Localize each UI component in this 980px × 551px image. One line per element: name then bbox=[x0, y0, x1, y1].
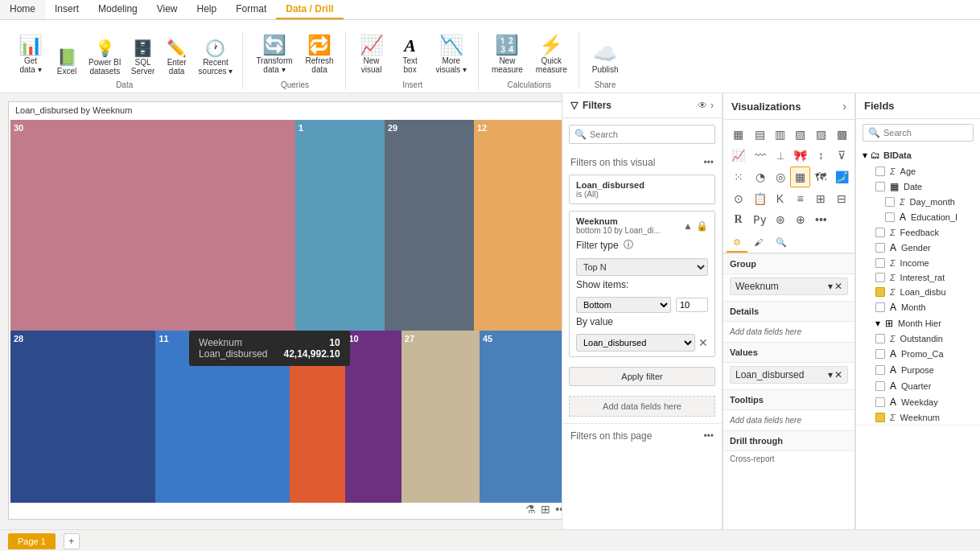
income-checkbox[interactable] bbox=[875, 258, 885, 268]
treemap-cell-1[interactable]: 1 bbox=[295, 120, 385, 331]
viz-stacked-bar-100-icon[interactable]: ▥ bbox=[772, 125, 789, 144]
filters-eye-icon[interactable]: 👁 bbox=[698, 100, 707, 111]
viz-clustered-bar-icon[interactable]: ▤ bbox=[750, 125, 770, 144]
treemap-cell-10[interactable]: 10 bbox=[345, 331, 401, 503]
viz-map-icon[interactable]: 🗺 bbox=[812, 167, 830, 187]
quarter-checkbox[interactable] bbox=[875, 381, 885, 391]
sql-server-button[interactable]: 🗄️ SQLServer bbox=[128, 37, 159, 77]
viz-gauge-icon[interactable]: ⊙ bbox=[728, 189, 748, 208]
direction-select[interactable]: Bottom bbox=[576, 297, 671, 313]
weeknum-collapse-icon[interactable]: ▲ bbox=[683, 220, 693, 232]
interest-rate-checkbox[interactable] bbox=[875, 273, 885, 282]
viz-funnel-icon[interactable]: ⊽ bbox=[832, 146, 852, 165]
viz-line-col-icon[interactable]: ⟂ bbox=[772, 146, 789, 165]
tab-view[interactable]: View bbox=[147, 0, 187, 19]
filter-type-select[interactable]: Top N bbox=[576, 258, 708, 276]
field-feedback[interactable]: Σ Feedback bbox=[856, 225, 980, 240]
field-loan-disbursed[interactable]: Σ Loan_disbu bbox=[856, 285, 980, 299]
field-quarter[interactable]: A Quarter bbox=[856, 378, 980, 394]
excel-button[interactable]: 📗 Excel bbox=[51, 46, 82, 77]
field-age[interactable]: Σ Age bbox=[856, 164, 980, 179]
viz-stacked-bar-icon[interactable]: ▦ bbox=[728, 125, 748, 144]
treemap-cell-28[interactable]: 28 bbox=[10, 331, 155, 503]
field-education[interactable]: A Education_I bbox=[856, 209, 980, 225]
loan-disbursed-checkbox[interactable] bbox=[875, 287, 885, 297]
field-weekday[interactable]: A Weekday bbox=[856, 394, 980, 410]
tooltips-add-field[interactable]: Add data fields here bbox=[730, 413, 848, 427]
field-day-month[interactable]: Σ Day_month bbox=[856, 195, 980, 209]
values-field-expand-icon[interactable]: ▾ bbox=[828, 369, 833, 380]
tab-data-drill[interactable]: Data / Drill bbox=[276, 0, 343, 19]
viz-kpi-icon[interactable]: K bbox=[772, 189, 789, 208]
filters-search-input[interactable] bbox=[590, 130, 710, 139]
details-add-field[interactable]: Add data fields here bbox=[730, 325, 848, 339]
viz-ai-decomp-icon[interactable]: ⊛ bbox=[772, 210, 789, 229]
focus-mode-icon[interactable]: ⊞ bbox=[541, 503, 550, 516]
analytics-tab[interactable]: 🔍 bbox=[769, 234, 793, 253]
field-date[interactable]: ▦ Date bbox=[856, 179, 980, 195]
field-month-hier[interactable]: ▾ ⊞ Month Hier bbox=[856, 315, 980, 331]
viz-r-icon[interactable]: R bbox=[728, 210, 748, 229]
viz-waterfall-icon[interactable]: ↕ bbox=[812, 146, 830, 165]
field-gender[interactable]: A Gender bbox=[856, 240, 980, 256]
values-field-remove-icon[interactable]: ✕ bbox=[834, 369, 842, 380]
viz-scatter-icon[interactable]: ⁙ bbox=[728, 167, 748, 187]
viz-slicer-icon[interactable]: ≡ bbox=[790, 189, 810, 208]
weeknum-checkbox[interactable] bbox=[875, 413, 885, 422]
date-checkbox[interactable] bbox=[875, 182, 885, 191]
viz-treemap-icon[interactable]: ▦ bbox=[790, 167, 810, 187]
treemap-cell-45[interactable]: 45 bbox=[480, 331, 562, 503]
powerbi-datasets-button[interactable]: 💡 Power BIdatasets bbox=[85, 37, 125, 77]
viz-matrix-icon[interactable]: ⊟ bbox=[832, 189, 852, 208]
bidata-group-header[interactable]: ▾ 🗂 BIData bbox=[856, 146, 980, 164]
viz-more-icon[interactable]: ••• bbox=[812, 210, 830, 229]
weekday-checkbox[interactable] bbox=[875, 397, 885, 407]
viz-card-icon[interactable]: 📋 bbox=[750, 189, 770, 208]
field-interest-rate[interactable]: Σ Interest_rat bbox=[856, 270, 980, 285]
field-purpose[interactable]: A Purpose bbox=[856, 362, 980, 378]
viz-stacked-col-100-icon[interactable]: ▩ bbox=[832, 125, 852, 144]
fields-search-input[interactable] bbox=[883, 128, 968, 138]
recent-sources-button[interactable]: 🕐 Recentsources ▾ bbox=[196, 37, 237, 77]
new-measure-button[interactable]: 🔢 Newmeasure bbox=[487, 32, 528, 77]
month-hier-expand-icon[interactable]: ▾ bbox=[875, 318, 880, 329]
feedback-checkbox[interactable] bbox=[875, 228, 885, 237]
group-field-expand-icon[interactable]: ▾ bbox=[828, 281, 833, 292]
tab-help[interactable]: Help bbox=[187, 0, 227, 19]
tab-format[interactable]: Format bbox=[226, 0, 276, 19]
treemap-cell-29[interactable]: 29 bbox=[385, 120, 474, 331]
purpose-checkbox[interactable] bbox=[875, 365, 885, 375]
publish-button[interactable]: ☁️ Publish bbox=[587, 41, 624, 77]
age-checkbox[interactable] bbox=[875, 167, 885, 176]
add-data-fields-button[interactable]: Add data fields here bbox=[569, 396, 715, 417]
viz-line-icon[interactable]: 📈 bbox=[728, 146, 748, 165]
filters-expand-icon[interactable]: › bbox=[710, 100, 714, 111]
more-options-icon[interactable]: ••• bbox=[555, 503, 562, 516]
values-field-tag[interactable]: Loan_disbursed ▾ ✕ bbox=[730, 366, 848, 384]
field-weeknum[interactable]: Σ Weeknum bbox=[856, 410, 980, 425]
viz-clustered-col-icon[interactable]: ▧ bbox=[790, 125, 810, 144]
more-visuals-button[interactable]: 📉 Morevisuals ▾ bbox=[431, 32, 471, 77]
text-box-button[interactable]: A Textbox bbox=[393, 34, 428, 77]
format-visual-tab[interactable]: 🖌 bbox=[747, 234, 769, 253]
count-input[interactable] bbox=[676, 298, 708, 312]
weeknum-lock-icon[interactable]: 🔒 bbox=[696, 220, 708, 232]
tab-modeling[interactable]: Modeling bbox=[89, 0, 147, 19]
treemap-cell-27[interactable]: 27 bbox=[401, 331, 480, 503]
viz-panel-expand-icon[interactable]: › bbox=[842, 100, 846, 113]
field-outstanding[interactable]: Σ Outstandin bbox=[856, 331, 980, 346]
education-checkbox[interactable] bbox=[885, 212, 895, 222]
treemap-cell-30[interactable]: 30 bbox=[10, 120, 295, 331]
refresh-data-button[interactable]: 🔁 Refreshdata bbox=[301, 32, 339, 77]
field-promo-ca[interactable]: A Promo_Ca bbox=[856, 346, 980, 362]
day-month-checkbox[interactable] bbox=[885, 197, 895, 207]
field-month[interactable]: A Month bbox=[856, 299, 980, 315]
group-field-remove-icon[interactable]: ✕ bbox=[834, 281, 842, 292]
tab-home[interactable]: Home bbox=[0, 0, 45, 19]
viz-custom-icon[interactable]: ⊕ bbox=[790, 210, 810, 229]
viz-donut-icon[interactable]: ◎ bbox=[772, 167, 789, 187]
viz-pie-icon[interactable]: ◔ bbox=[750, 167, 770, 187]
quick-measure-button[interactable]: ⚡ Quickmeasure bbox=[531, 32, 572, 77]
report-canvas[interactable]: Loan_disbursed by Weeknum 30 1 29 12 28 … bbox=[8, 101, 562, 520]
viz-python-icon[interactable]: Py bbox=[750, 210, 770, 229]
